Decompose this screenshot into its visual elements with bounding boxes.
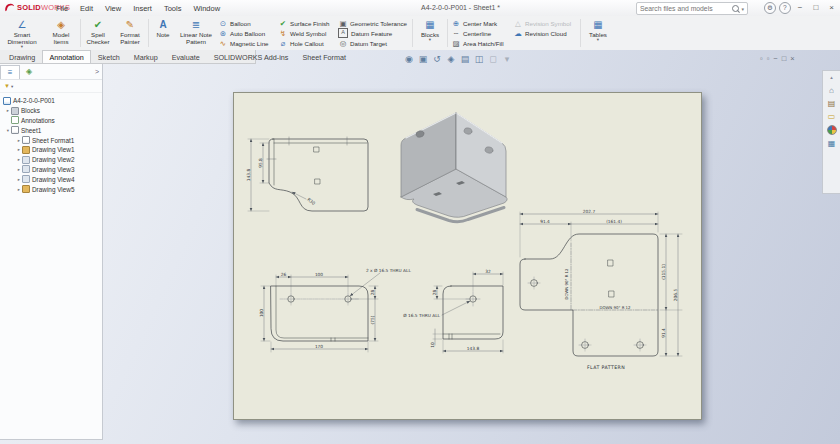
spell-checker-button[interactable]: ✔ Spell Checker — [83, 17, 113, 50]
auto-balloon-button[interactable]: ⊛ Auto Balloon — [218, 28, 269, 38]
center-mark-button[interactable]: ⊕ Center Mark — [451, 18, 504, 28]
tree-item-drawing-view2[interactable]: ▸ Drawing View2 — [0, 155, 102, 165]
model-items-button[interactable]: ◈ Model Items — [44, 17, 78, 50]
menu-tools[interactable]: Tools — [158, 4, 188, 13]
balloon-button[interactable]: ⊙ Balloon — [218, 18, 269, 28]
task-pane-collapse-icon[interactable]: ▴ — [830, 73, 833, 82]
area-hatch-fill-button[interactable]: ▨ Area Hatch/Fill — [451, 38, 504, 48]
note-button[interactable]: A Note — [151, 17, 175, 50]
drawing-view-side[interactable]: 32 28 Ø 16.5 THRU ALL 10 143.8 — [403, 269, 503, 354]
filter-funnel-icon[interactable]: ▼ — [4, 83, 10, 89]
dim-front-spacing[interactable]: 100 — [315, 272, 323, 277]
menu-insert[interactable]: Insert — [127, 4, 158, 13]
dim-front-ref[interactable]: (75) — [370, 315, 375, 324]
datum-target-button[interactable]: ◎ Datum Target — [338, 38, 407, 48]
tree-item-sheet1[interactable]: ▾ Sheet1 — [0, 125, 102, 135]
view-settings-icon[interactable]: ▤ — [460, 54, 470, 64]
bend-note-vertical[interactable]: DOWN 90° R 12 — [564, 268, 569, 300]
blocks-button[interactable]: ▦ Blocks ▾ — [416, 17, 444, 50]
dim-flat-flange-width[interactable]: 91.4 — [540, 219, 550, 224]
hole-callout-button[interactable]: ⌀ Hole Callout — [278, 38, 330, 48]
tab-sketch[interactable]: Sketch — [91, 50, 127, 63]
hide-show-items-icon[interactable]: ◻ — [488, 54, 498, 64]
search-input[interactable] — [637, 5, 732, 12]
dim-front-top[interactable]: 28 — [370, 290, 375, 296]
drawing-view-top[interactable]: 143.8 95.8 R30 — [246, 137, 369, 211]
file-explorer-icon[interactable]: ▭ — [828, 112, 836, 121]
tables-button[interactable]: ▦ Tables ▾ — [584, 17, 612, 50]
dim-front-hole-callout[interactable]: 2 x Ø 16.5 THRU ALL — [366, 268, 411, 273]
maximize-button[interactable]: □ — [809, 1, 822, 14]
resources-home-icon[interactable]: ⌂ — [829, 86, 834, 95]
appearances-icon[interactable] — [827, 125, 837, 135]
zoom-to-area-icon[interactable]: ▣ — [418, 54, 428, 64]
display-style-icon[interactable]: ◫ — [474, 54, 484, 64]
tab-annotation[interactable]: Annotation — [42, 50, 90, 63]
tab-markup[interactable]: Markup — [127, 50, 165, 63]
drawing-view-isometric[interactable] — [401, 113, 507, 222]
tree-item-sheet-format1[interactable]: ▸ Sheet Format1 — [0, 135, 102, 145]
magnetic-line-button[interactable]: ∿ Magnetic Line — [218, 38, 269, 48]
design-library-icon[interactable]: ▤ — [828, 99, 836, 108]
revision-cloud-button[interactable]: ☁ Revision Cloud — [513, 28, 571, 38]
tab-drawing[interactable]: Drawing — [2, 50, 42, 63]
section-view-icon[interactable]: ◈ — [446, 54, 456, 64]
dim-side-left[interactable]: 28 — [432, 290, 437, 296]
help-icon[interactable]: ? — [779, 2, 791, 14]
previous-view-icon[interactable]: ↺ — [432, 54, 442, 64]
dim-flat-ref-height[interactable]: (115.1) — [661, 264, 666, 280]
options-gear-icon[interactable]: ⚙ — [764, 2, 776, 14]
graphics-area[interactable]: ◉ ▣ ↺ ◈ ▤ ◫ ◻ ▾ ▫ ▫ − □ × — [0, 50, 840, 444]
dim-front-width[interactable]: 170 — [315, 344, 323, 349]
bend-note-horizontal[interactable]: DOWN 90° R 12 — [599, 305, 631, 310]
custom-properties-icon[interactable]: ▦ — [828, 139, 836, 148]
tree-item-annotations[interactable]: Annotations — [0, 116, 102, 126]
dim-side-hole-callout[interactable]: Ø 16.5 THRU ALL — [403, 313, 440, 318]
doc-window-icon[interactable]: ▫ — [767, 54, 770, 63]
tree-item-blocks[interactable]: ▸ Blocks — [0, 106, 102, 116]
dim-flat-total-height[interactable]: 206.5 — [673, 289, 678, 302]
minimize-button[interactable]: − — [794, 1, 807, 14]
search-box[interactable]: ▾ — [636, 2, 748, 15]
filter-dropdown-icon[interactable]: ▾ — [11, 84, 13, 89]
close-button[interactable]: × — [825, 1, 838, 14]
tree-filter-row[interactable]: ▼ ▾ — [0, 80, 102, 93]
doc-restore-icon[interactable]: □ — [782, 54, 787, 63]
datum-feature-button[interactable]: A Datum Feature — [338, 28, 407, 38]
dim-flat-ref-width[interactable]: (161.4) — [606, 219, 622, 224]
doc-close-icon[interactable]: × — [790, 54, 794, 63]
format-painter-button[interactable]: ✎ Format Painter — [114, 17, 146, 50]
dim-side-width[interactable]: 143.8 — [467, 346, 480, 351]
tree-item-drawing-view4[interactable]: ▸ Drawing View4 — [0, 174, 102, 184]
tree-item-drawing-view5[interactable]: ▸ Drawing View5 — [0, 184, 102, 194]
smart-dimension-button[interactable]: ∠ Smart Dimension ▾ — [2, 17, 42, 50]
drawing-view-flat-pattern[interactable]: 202.7 91.4 (161.4) (115.1) 91.4 206.5 — [520, 209, 682, 371]
menu-view[interactable]: View — [99, 4, 127, 13]
tree-item-drawing-view3[interactable]: ▸ Drawing View3 — [0, 165, 102, 175]
headsup-dropdown-icon[interactable]: ▾ — [502, 54, 512, 64]
tree-root[interactable]: A4-2-0-0-P001 — [0, 96, 102, 106]
tab-sheet-format[interactable]: Sheet Format — [295, 50, 353, 63]
menu-edit[interactable]: Edit — [74, 4, 99, 13]
tree-item-drawing-view1[interactable]: ▸ Drawing View1 — [0, 145, 102, 155]
dim-top-outer[interactable]: 143.8 — [246, 169, 251, 182]
zoom-to-fit-icon[interactable]: ◉ — [404, 54, 414, 64]
surface-finish-button[interactable]: ✔ Surface Finish — [278, 18, 330, 28]
dim-side-top[interactable]: 32 — [485, 269, 491, 274]
feature-tree-tab[interactable]: ≡ — [0, 65, 20, 79]
tab-solidworks-add-ins[interactable]: SOLIDWORKS Add-ins — [207, 50, 296, 63]
panel-expand-icon[interactable]: > — [95, 68, 102, 75]
property-manager-tab[interactable]: ◈ — [20, 65, 38, 78]
menu-file[interactable]: File — [50, 4, 74, 13]
smart-dimension-caret-icon[interactable]: ▾ — [2, 45, 42, 49]
blocks-caret-icon[interactable]: ▾ — [416, 38, 444, 42]
dim-front-offset[interactable]: 26 — [281, 272, 287, 277]
dim-flat-total-width[interactable]: 202.7 — [583, 209, 596, 214]
tables-caret-icon[interactable]: ▾ — [584, 38, 612, 42]
weld-symbol-button[interactable]: ↯ Weld Symbol — [278, 28, 330, 38]
dim-front-height[interactable]: 100 — [259, 309, 264, 317]
dim-flat-flange-height[interactable]: 91.4 — [661, 328, 666, 338]
drawing-sheet[interactable]: 143.8 95.8 R30 — [233, 92, 702, 420]
linear-note-pattern-button[interactable]: ≣ Linear Note Pattern — [176, 17, 216, 50]
doc-window-icon[interactable]: ▫ — [760, 54, 763, 63]
